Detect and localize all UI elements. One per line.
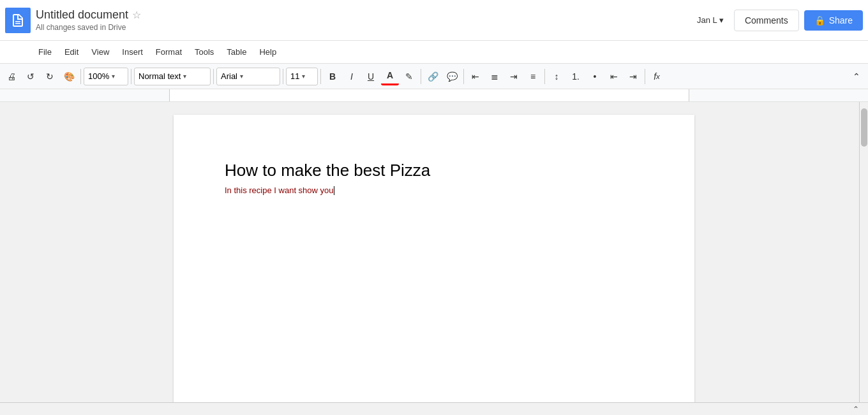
decrease-indent-button[interactable]: ⇤ xyxy=(605,68,623,85)
title-area: Untitled document ☆ All changes saved in… xyxy=(36,8,697,32)
line-spacing-button[interactable]: ↕ xyxy=(548,68,565,85)
formula-button[interactable]: fx xyxy=(648,68,666,85)
doc-title: Untitled document ☆ xyxy=(36,8,697,22)
user-info[interactable]: Jan L ▾ xyxy=(697,15,724,25)
bottom-bar: ⌃ xyxy=(0,402,868,415)
star-icon[interactable]: ☆ xyxy=(132,9,141,21)
italic-button[interactable]: I xyxy=(343,68,361,85)
separator-2 xyxy=(131,69,131,84)
separator-9 xyxy=(645,69,645,84)
menu-format[interactable]: Format xyxy=(149,45,188,59)
menu-bar: File Edit View Insert Format Tools Table… xyxy=(0,41,868,64)
scrollbar-left xyxy=(0,102,9,402)
fontsize-dropdown[interactable]: 11 ▾ xyxy=(286,68,318,85)
menu-tools[interactable]: Tools xyxy=(188,45,220,59)
body-text: In this recipe I want show you xyxy=(225,186,334,195)
font-arrow: ▾ xyxy=(240,73,243,80)
menu-help[interactable]: Help xyxy=(253,45,283,59)
separator-5 xyxy=(320,69,321,84)
menu-view[interactable]: View xyxy=(85,45,116,59)
separator-7 xyxy=(463,69,464,84)
separator-6 xyxy=(421,69,421,84)
numbered-list-button[interactable]: 1. xyxy=(567,68,585,85)
user-name: Jan L xyxy=(697,15,717,25)
paint-format-button[interactable]: 🎨 xyxy=(60,68,78,85)
scrollbar-right[interactable] xyxy=(859,102,868,402)
increase-indent-button[interactable]: ⇥ xyxy=(624,68,642,85)
text-cursor xyxy=(334,186,334,195)
bold-button[interactable]: B xyxy=(324,68,341,85)
document-heading[interactable]: How to make the best Pizza xyxy=(225,161,643,180)
zoom-value: 100% xyxy=(88,71,109,81)
bullet-list-button[interactable]: • xyxy=(586,68,604,85)
menu-file[interactable]: File xyxy=(32,45,58,59)
separator-8 xyxy=(544,69,545,84)
comment-button[interactable]: 💬 xyxy=(443,68,461,85)
separator-4 xyxy=(283,69,283,84)
doc-area[interactable]: How to make the best Pizza In this recip… xyxy=(0,102,868,402)
align-justify-button[interactable]: ≡ xyxy=(524,68,542,85)
zoom-dropdown[interactable]: 100% ▾ xyxy=(84,68,128,85)
menu-table[interactable]: Table xyxy=(220,45,253,59)
svg-rect-0 xyxy=(15,21,20,22)
style-dropdown[interactable]: Normal text ▾ xyxy=(134,68,211,85)
collapse-button[interactable]: ⌃ xyxy=(853,405,859,414)
align-center-button[interactable]: ≣ xyxy=(486,68,504,85)
share-button[interactable]: 🔒 Share xyxy=(804,10,863,31)
ruler xyxy=(0,89,868,102)
menu-edit[interactable]: Edit xyxy=(58,45,85,59)
doc-title-text[interactable]: Untitled document xyxy=(36,8,128,22)
separator-3 xyxy=(213,69,214,84)
user-dropdown-arrow: ▾ xyxy=(719,15,724,25)
redo-button[interactable]: ↻ xyxy=(41,68,59,85)
underline-button[interactable]: U xyxy=(362,68,380,85)
style-value: Normal text xyxy=(138,71,181,81)
document-page[interactable]: How to make the best Pizza In this recip… xyxy=(174,115,694,402)
top-bar: Untitled document ☆ All changes saved in… xyxy=(0,0,868,41)
align-left-button[interactable]: ⇤ xyxy=(467,68,484,85)
document-body[interactable]: In this recipe I want show you xyxy=(225,186,643,195)
collapse-toolbar-button[interactable]: ⌃ xyxy=(848,68,865,85)
undo-button[interactable]: ↺ xyxy=(22,68,40,85)
lock-icon: 🔒 xyxy=(814,15,825,25)
font-value: Arial xyxy=(221,71,237,81)
align-right-button[interactable]: ⇥ xyxy=(505,68,523,85)
separator-1 xyxy=(80,69,81,84)
style-arrow: ▾ xyxy=(183,73,186,80)
share-label: Share xyxy=(829,15,853,25)
app-icon xyxy=(5,8,31,33)
comments-button[interactable]: Comments xyxy=(734,10,799,31)
top-actions: Jan L ▾ Comments 🔒 Share xyxy=(697,10,863,31)
fontsize-arrow: ▾ xyxy=(302,73,305,80)
font-dropdown[interactable]: Arial ▾ xyxy=(216,68,280,85)
menu-insert[interactable]: Insert xyxy=(116,45,149,59)
print-button[interactable]: 🖨 xyxy=(3,68,20,85)
toolbar: 🖨 ↺ ↻ 🎨 100% ▾ Normal text ▾ Arial ▾ 11 … xyxy=(0,64,868,89)
fontsize-value: 11 xyxy=(290,71,299,81)
scrollbar-thumb[interactable] xyxy=(861,108,867,147)
save-status: All changes saved in Drive xyxy=(36,23,697,32)
zoom-arrow: ▾ xyxy=(112,73,115,80)
highlight-button[interactable]: ✎ xyxy=(400,68,418,85)
page-container[interactable]: How to make the best Pizza In this recip… xyxy=(9,102,859,402)
text-color-button[interactable]: A xyxy=(381,68,399,85)
link-button[interactable]: 🔗 xyxy=(424,68,442,85)
svg-rect-1 xyxy=(15,23,20,24)
ruler-inner xyxy=(169,89,689,102)
